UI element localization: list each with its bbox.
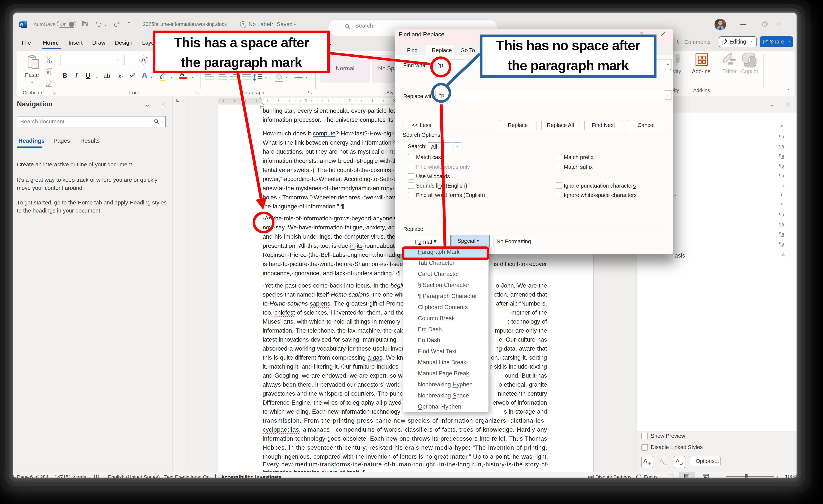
svg-text:?: ? <box>242 22 244 27</box>
svg-text:W: W <box>20 23 23 26</box>
svg-text:2: 2 <box>349 98 351 103</box>
svg-text:1: 1 <box>305 98 307 103</box>
